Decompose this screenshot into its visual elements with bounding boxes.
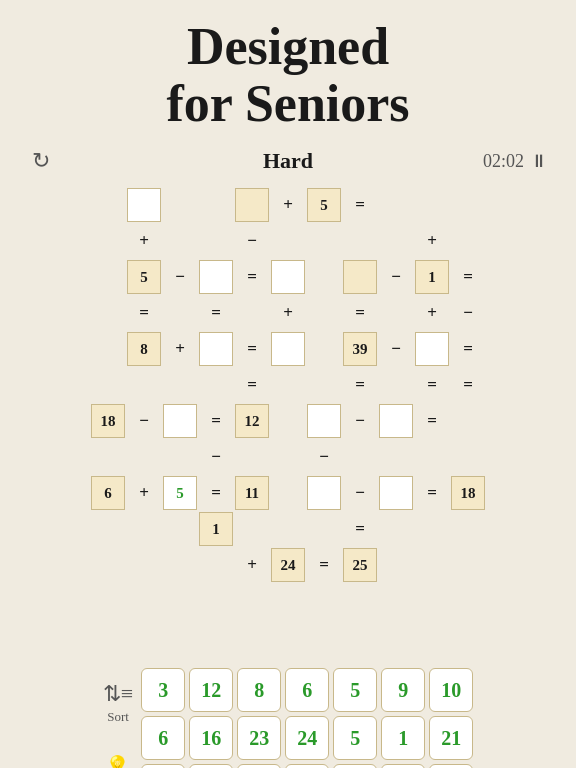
number-tile[interactable]: 6 [237,764,281,768]
cell-r10-c0 [91,548,125,582]
cell-r7-c5 [271,440,305,474]
cell-r1-c4: − [235,224,269,258]
cell-r2-c6 [307,260,341,294]
cell-r9-c10 [451,512,485,546]
cell-r7-c9 [415,440,449,474]
cell-r8-c2[interactable]: 5 [163,476,197,510]
cell-r4-c7: 39 [343,332,377,366]
cell-r10-c8 [379,548,413,582]
cell-r8-c0: 6 [91,476,125,510]
cell-r0-c5: + [271,188,305,222]
number-tiles: 3128659106162324512184612342 [141,668,473,768]
number-tile[interactable]: 24 [285,716,329,760]
number-tile[interactable]: 5 [333,716,377,760]
number-tile[interactable]: 6 [141,716,185,760]
cell-r4-c3[interactable] [199,332,233,366]
cell-r3-c3: = [199,296,233,330]
cell-r10-c10 [451,548,485,582]
number-tile[interactable]: 10 [429,668,473,712]
cell-r9-c8 [379,512,413,546]
refresh-button[interactable]: ↻ [28,144,54,178]
cell-r2-c4: = [235,260,269,294]
cell-r5-c1 [127,368,161,402]
timer-area: 02:02 ⏸ [483,151,548,172]
pause-button[interactable]: ⏸ [530,151,548,172]
puzzle-grid: +5=+−+5−=−1===+=+−8+=39−=====18−=12−=−−6… [91,188,485,654]
cell-r5-c4: = [235,368,269,402]
difficulty-label: Hard [263,148,313,174]
cell-r2-c5[interactable] [271,260,305,294]
cell-r4-c9[interactable] [415,332,449,366]
cell-r6-c10 [451,404,485,438]
number-tile[interactable]: 4 [381,764,425,768]
cell-r7-c0 [91,440,125,474]
number-tile[interactable]: 21 [429,716,473,760]
number-tile[interactable]: 8 [237,668,281,712]
cell-r3-c5: + [271,296,305,330]
cell-r9-c1 [127,512,161,546]
toolbar: ↻ Hard 02:02 ⏸ [0,144,576,180]
cell-r6-c8[interactable] [379,404,413,438]
number-tile[interactable]: 1 [381,716,425,760]
number-tile[interactable]: 12 [189,668,233,712]
hint-icon: 💡 [105,754,130,768]
cell-r6-c5 [271,404,305,438]
number-tile[interactable]: 9 [381,668,425,712]
cell-r4-c5[interactable] [271,332,305,366]
cell-r0-c8 [379,188,413,222]
cell-r1-c5 [271,224,305,258]
cell-r1-c7 [343,224,377,258]
number-tile[interactable]: 23 [237,716,281,760]
cell-r2-c7 [343,260,377,294]
number-tile[interactable]: 12 [285,764,329,768]
number-tile[interactable]: 8 [141,764,185,768]
cell-r0-c3 [199,188,233,222]
sort-button[interactable]: ⇅≡ Sort [103,681,133,725]
cell-r7-c8 [379,440,413,474]
cell-r3-c10: − [451,296,485,330]
cell-r9-c9 [415,512,449,546]
cell-r2-c10: = [451,260,485,294]
cell-r1-c1: + [127,224,161,258]
cell-r5-c2 [163,368,197,402]
sort-icon: ⇅≡ [103,681,133,707]
cell-r2-c3[interactable] [199,260,233,294]
cell-r6-c2[interactable] [163,404,197,438]
cell-r6-c6[interactable] [307,404,341,438]
cell-r2-c1: 5 [127,260,161,294]
cell-r8-c8[interactable] [379,476,413,510]
cell-r9-c4 [235,512,269,546]
cell-r0-c10 [451,188,485,222]
number-tile[interactable]: 4 [189,764,233,768]
number-tile[interactable]: 2 [429,764,473,768]
cell-r3-c6 [307,296,341,330]
header: Designed for Seniors [0,0,576,144]
number-tile[interactable]: 3 [333,764,377,768]
cell-r8-c6[interactable] [307,476,341,510]
number-tile[interactable]: 6 [285,668,329,712]
cell-r0-c1[interactable] [127,188,161,222]
cell-r6-c4: 12 [235,404,269,438]
cell-r8-c9: = [415,476,449,510]
cell-r3-c0 [91,296,125,330]
cell-r5-c0 [91,368,125,402]
cell-r5-c7: = [343,368,377,402]
cell-r0-c7: = [343,188,377,222]
cell-r10-c6: = [307,548,341,582]
number-tile[interactable]: 5 [333,668,377,712]
hint-button[interactable]: 💡 Hint [105,754,130,768]
number-tile[interactable]: 3 [141,668,185,712]
cell-r6-c1: − [127,404,161,438]
cell-r7-c10 [451,440,485,474]
cell-r9-c2 [163,512,197,546]
cell-r4-c1: 8 [127,332,161,366]
cell-r8-c4: 11 [235,476,269,510]
cell-r4-c8: − [379,332,413,366]
cell-r8-c7: − [343,476,377,510]
cell-r1-c2 [163,224,197,258]
cell-r0-c4 [235,188,269,222]
cell-r9-c6 [307,512,341,546]
cell-r10-c4: + [235,548,269,582]
number-tile[interactable]: 16 [189,716,233,760]
puzzle-area: +5=+−+5−=−1===+=+−8+=39−=====18−=12−=−−6… [0,180,576,658]
